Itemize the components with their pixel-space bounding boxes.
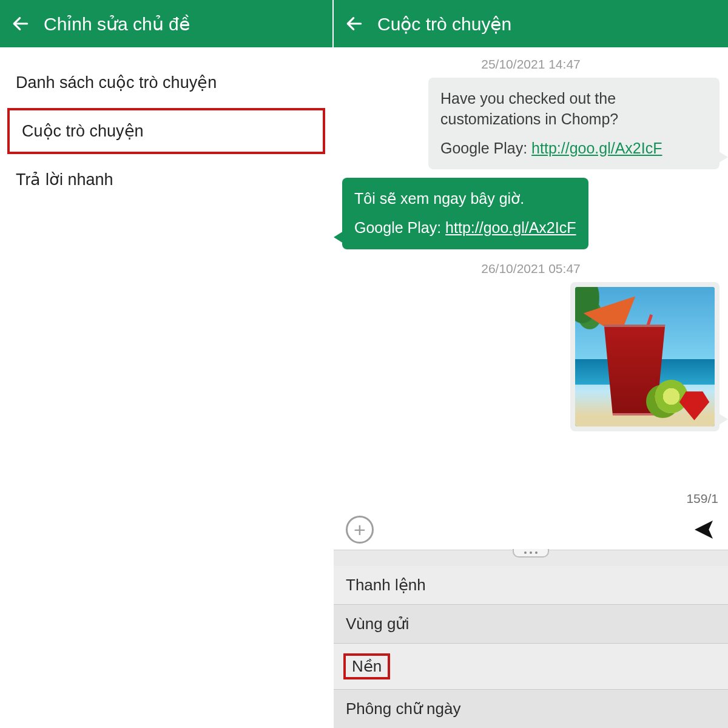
appbar-title: Chỉnh sửa chủ đề <box>44 13 190 35</box>
settings-item-quick-reply[interactable]: Trả lời nhanh <box>0 158 332 201</box>
message-text: Have you checked out the customizations … <box>440 89 707 130</box>
message-link[interactable]: http://goo.gl/Ax2IcF <box>445 219 576 236</box>
send-button[interactable] <box>692 517 716 542</box>
message-row-image <box>342 282 720 431</box>
timestamp: 26/10/2021 05:47 <box>342 261 720 276</box>
highlight-box: Cuộc trò chuyện <box>7 108 325 154</box>
settings-list: Danh sách cuộc trò chuyện Cuộc trò chuyệ… <box>0 47 332 215</box>
message-bubble-incoming[interactable]: Have you checked out the customizations … <box>428 78 720 169</box>
option-date-font[interactable]: Phông chữ ngày <box>334 690 728 728</box>
message-bubble-outgoing[interactable]: Tôi sẽ xem ngay bây giờ. Google Play: ht… <box>342 178 588 249</box>
compose-bar: + <box>334 510 728 550</box>
options-sheet: Thanh lệnh Vùng gửi Nền Phông chữ ngày M… <box>334 550 728 728</box>
message-row-incoming: Have you checked out the customizations … <box>342 78 720 169</box>
option-label: Nền <box>352 657 382 675</box>
chat-scroll[interactable]: 25/10/2021 14:47 Have you checked out th… <box>334 47 728 490</box>
plus-icon: + <box>354 518 366 542</box>
attach-button[interactable]: + <box>346 516 374 544</box>
back-arrow-icon[interactable] <box>345 14 364 33</box>
option-background[interactable]: Nền <box>334 644 728 690</box>
char-counter: 159/1 <box>334 490 728 510</box>
settings-item-conversation[interactable]: Cuộc trò chuyện <box>13 114 319 148</box>
send-icon <box>692 517 716 542</box>
settings-panel: Chỉnh sửa chủ đề Danh sách cuộc trò chuy… <box>0 0 334 728</box>
appbar-title: Cuộc trò chuyện <box>377 13 511 35</box>
option-send-area[interactable]: Vùng gửi <box>334 605 728 644</box>
settings-item-conversation-list[interactable]: Danh sách cuộc trò chuyện <box>0 61 332 104</box>
conversation-panel: Cuộc trò chuyện 25/10/2021 14:47 Have yo… <box>334 0 728 728</box>
message-link-prefix: Google Play: <box>440 140 531 157</box>
message-link-prefix: Google Play: <box>354 219 445 236</box>
two-panel-layout: Chỉnh sửa chủ đề Danh sách cuộc trò chuy… <box>0 0 728 728</box>
sheet-handle[interactable] <box>334 550 728 566</box>
message-row-outgoing: Tôi sẽ xem ngay bây giờ. Google Play: ht… <box>342 178 720 249</box>
timestamp: 25/10/2021 14:47 <box>342 57 720 72</box>
appbar-right: Cuộc trò chuyện <box>334 0 728 47</box>
cocktail-photo <box>575 287 715 426</box>
appbar-left: Chỉnh sửa chủ đề <box>0 0 332 47</box>
message-text: Tôi sẽ xem ngay bây giờ. <box>354 189 576 209</box>
highlight-box: Nền <box>343 653 390 679</box>
image-bubble[interactable] <box>570 282 720 431</box>
option-command-bar[interactable]: Thanh lệnh <box>334 566 728 605</box>
message-link[interactable]: http://goo.gl/Ax2IcF <box>531 140 662 157</box>
back-arrow-icon[interactable] <box>11 14 30 33</box>
